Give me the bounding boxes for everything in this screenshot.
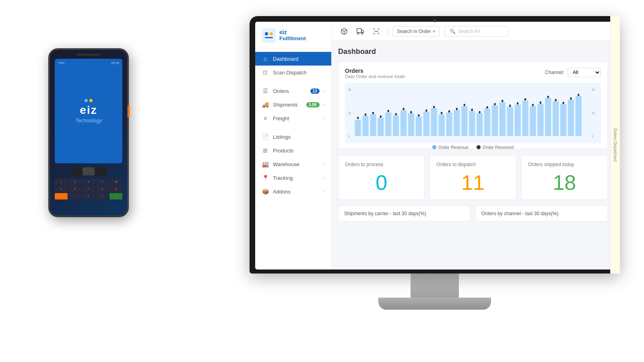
sidebar-item-dashboard[interactable]: ⌂ Dashboard (255, 52, 331, 66)
key-hash[interactable]: # (96, 193, 109, 200)
chart-legend: Order Revenue Order Received (348, 145, 598, 150)
sidebar-item-orders[interactable]: ☰ Orders 13 › (255, 84, 331, 98)
svg-point-78 (578, 94, 580, 96)
page-title: Dashboard (338, 47, 608, 56)
svg-text:0: 0 (348, 134, 350, 138)
monitor-wrapper: eiz Fulfillment ⌂ Dashboard ⊡ (250, 16, 620, 330)
svg-point-51 (372, 112, 374, 114)
sidebar: eiz Fulfillment ⌂ Dashboard ⊡ (255, 22, 332, 269)
svg-text:0: 0 (592, 134, 593, 138)
svg-point-73 (540, 101, 542, 104)
logo-fulfillment-text: Fulfillment (279, 36, 306, 41)
svg-point-65 (479, 111, 481, 113)
svg-rect-44 (545, 98, 551, 136)
svg-rect-39 (507, 107, 513, 136)
orders-by-channel-card: Orders by channel - last 30 days(%) (475, 206, 608, 222)
sidebar-item-tracking[interactable]: 📍 Tracking › (255, 171, 331, 185)
side-button[interactable] (128, 105, 130, 117)
key-2[interactable]: 2 (68, 179, 81, 185)
app-layout: eiz Fulfillment ⌂ Dashboard ⊡ (255, 22, 614, 269)
key-5[interactable]: 5 (55, 186, 68, 192)
svg-rect-31 (446, 113, 452, 136)
svg-point-69 (509, 105, 511, 107)
svg-point-63 (464, 104, 466, 106)
svg-point-7 (357, 33, 359, 34)
monitor-screen: eiz Fulfillment ⌂ Dashboard ⊡ (255, 22, 614, 269)
channel-selector: Channel: All Amazon eBay (545, 68, 601, 77)
mobile-logo-sub: Technology (75, 117, 102, 123)
legend-received-label: Order Received (483, 145, 514, 150)
svg-point-52 (380, 115, 382, 118)
side-panel-text: Orders Dispatched (613, 128, 614, 161)
mobile-home-btn[interactable] (83, 167, 95, 175)
key-enter[interactable]: ↵ (109, 193, 122, 200)
sidebar-label-tracking: Tracking (273, 175, 320, 181)
topbar-icons (338, 25, 382, 37)
key-3[interactable]: 3 (82, 179, 95, 185)
stat-card-dispatch: Orders to dispatch 11 (429, 155, 516, 200)
sidebar-label-dashboard: Dashboard (273, 56, 325, 62)
svg-point-1 (265, 32, 268, 35)
sidebar-item-scan-dispatch[interactable]: ⊡ Scan Dispatch (255, 66, 331, 79)
addons-chevron: › (324, 189, 325, 194)
mobile-back-btn[interactable] (70, 167, 83, 175)
svg-rect-47 (568, 100, 574, 136)
svg-rect-21 (370, 114, 376, 136)
svg-rect-33 (461, 106, 467, 136)
search-order-dropdown[interactable]: Search in Order ▾ (392, 26, 440, 37)
topbar-box-button[interactable] (338, 25, 350, 37)
addons-icon: 📦 (262, 188, 269, 195)
key-star[interactable]: * (68, 193, 81, 200)
svg-rect-46 (560, 104, 566, 136)
search-all-input[interactable]: 🔍 Search All (444, 26, 509, 37)
tracking-chevron: › (324, 176, 325, 180)
logo-eiz-text: eiz (279, 29, 306, 35)
sidebar-label-shipments: Shipments (273, 102, 302, 108)
svg-rect-22 (378, 118, 384, 136)
key-back[interactable]: ⌫ (109, 179, 122, 185)
topbar-truck-button[interactable] (354, 25, 366, 37)
chart-container: 4k 2k 0 40 20 0 (345, 83, 601, 143)
chart-subtitle: Daily Order and revenue totals (345, 74, 405, 79)
shipments-by-carrier-title: Shipments by carrier - last 30 days(%) (344, 211, 464, 216)
mobile-recent-btn[interactable] (95, 167, 107, 175)
sidebar-item-addons[interactable]: 📦 Addons › (255, 185, 331, 198)
sidebar-item-shipments[interactable]: 🚚 Shipments 3.0K › (255, 98, 331, 111)
key-0[interactable]: 0 (82, 193, 95, 200)
orders-chevron: › (324, 89, 325, 93)
svg-rect-24 (393, 115, 399, 136)
channel-select[interactable]: All Amazon eBay (568, 68, 601, 77)
key-6[interactable]: 6 (68, 186, 81, 192)
key-9[interactable]: 9 (109, 186, 122, 192)
legend-dot-revenue (432, 145, 436, 149)
stat-value-dispatch: 11 (436, 172, 509, 193)
search-icon: 🔍 (450, 29, 456, 34)
key-7[interactable]: 7 (82, 186, 95, 192)
svg-point-59 (433, 106, 435, 108)
sidebar-label-freight: Freight (273, 115, 320, 121)
svg-point-62 (456, 108, 458, 110)
svg-text:20: 20 (592, 111, 595, 115)
monitor-base (378, 298, 491, 310)
key-1[interactable]: 1 (55, 179, 68, 185)
stat-card-process: Orders to process 0 (338, 155, 425, 200)
stat-value-process: 0 (345, 172, 418, 193)
dashboard-body: Dashboard Orders Daily Order and revenue… (332, 41, 614, 269)
mobile-keypad: 1 2 3 4 ⌫ 5 6 7 8 9 Fn * 0 # ↵ (55, 179, 122, 200)
svg-point-77 (570, 97, 572, 100)
stats-row: Orders to process 0 Orders to dispatch 1… (338, 155, 608, 200)
key-4[interactable]: 4 (96, 179, 109, 185)
topbar: Search in Order ▾ 🔍 Search All (332, 22, 614, 41)
sidebar-item-products[interactable]: ⊞ Products (255, 144, 331, 157)
svg-point-56 (410, 111, 412, 113)
key-8[interactable]: 8 (96, 186, 109, 192)
topbar-scan-button[interactable] (370, 25, 382, 37)
sidebar-item-warehouse[interactable]: 🏭 Warehouse › (255, 157, 331, 171)
mobile-controls: 1 2 3 4 ⌫ 5 6 7 8 9 Fn * 0 # ↵ (52, 166, 125, 200)
sidebar-item-listings[interactable]: 📄 Listings (255, 130, 331, 144)
listings-icon: 📄 (262, 134, 269, 140)
sidebar-item-freight[interactable]: ≡ Freight › (255, 111, 331, 125)
mobile-speaker (76, 54, 101, 56)
svg-rect-26 (408, 113, 414, 136)
key-fn[interactable]: Fn (55, 193, 68, 200)
